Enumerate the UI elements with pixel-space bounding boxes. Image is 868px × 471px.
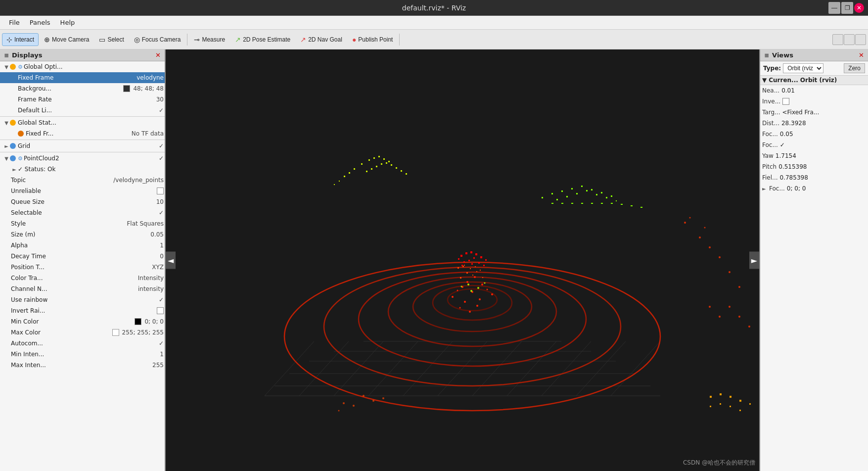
toolbar-interact[interactable]: ⊹ Interact (2, 33, 39, 46)
tree-item-min-color[interactable]: Min Color 0; 0; 0 (0, 316, 165, 327)
toolbar-focus-camera[interactable]: ◎ Focus Camera (130, 33, 185, 46)
toolbar-publish-point[interactable]: ● Publish Point (348, 33, 398, 46)
minimize-button[interactable]: — (828, 2, 840, 14)
svg-rect-84 (551, 203, 553, 204)
views-invert-label: Inve... (762, 98, 780, 105)
toolbar-measure[interactable]: ⊸ Measure (189, 33, 229, 46)
svg-rect-62 (463, 261, 465, 263)
tree-item-color-transform[interactable]: Color Tra... Intensity (0, 273, 165, 283)
svg-point-32 (466, 281, 468, 283)
tree-item-invert-rainbow[interactable]: Invert Rai... (0, 305, 165, 316)
views-focus-point-arrow: ► (762, 186, 769, 191)
tree-item-global-status[interactable]: ▼ Global Stat... (0, 117, 165, 128)
layers-button[interactable]: ⧉ (855, 34, 866, 45)
svg-rect-87 (581, 203, 583, 204)
svg-rect-57 (470, 251, 472, 253)
svg-rect-133 (710, 396, 712, 398)
tree-item-background[interactable]: Backgrou... 48; 48; 48 (0, 83, 165, 94)
viewport-arrow-right[interactable]: ► (749, 252, 759, 269)
svg-point-121 (719, 316, 721, 318)
window-title: default.rviz* - RViz (402, 4, 466, 12)
tree-item-global-options[interactable]: ▼ ⚙ Global Opti... (0, 61, 165, 72)
toolbar-select[interactable]: ▭ Select (94, 33, 128, 46)
tree-item-topic[interactable]: Topic /velodyne_points (0, 175, 165, 186)
3d-viewport[interactable]: ◄ ► (166, 49, 759, 471)
unreliable-checkbox[interactable] (157, 188, 164, 194)
svg-rect-60 (485, 259, 487, 261)
tree-item-frame-rate[interactable]: Frame Rate 30 (0, 94, 165, 105)
global-options-label: Global Opti... (24, 63, 164, 70)
views-near-value: 0.01 (781, 87, 795, 94)
zoom-down-button[interactable]: ▾ (844, 34, 855, 45)
tree-item-pointcloud2[interactable]: ▼ ⚙ PointCloud2 ✓ (0, 153, 165, 164)
tree-item-selectable[interactable]: Selectable ✓ (0, 207, 165, 218)
size-label: Size (m) (11, 231, 148, 238)
views-zero-button[interactable]: Zero (844, 63, 865, 73)
svg-rect-58 (475, 253, 477, 255)
global-options-arrow: ▼ (3, 64, 10, 70)
close-button[interactable]: ✕ (854, 3, 864, 13)
tree-item-autocompute[interactable]: Autocom... ✓ (0, 338, 165, 349)
selectable-value: ✓ (159, 209, 164, 216)
tree-item-size[interactable]: Size (m) 0.05 (0, 229, 165, 240)
views-item-field[interactable]: Fiel... 0.785398 (760, 172, 868, 183)
views-item-invert[interactable]: Inve... (760, 96, 868, 107)
tree-item-status[interactable]: ► ✓ Status: Ok (0, 164, 165, 175)
views-panel-close[interactable]: ✕ (859, 51, 864, 59)
maximize-button[interactable]: ❐ (841, 2, 853, 14)
tree-item-style[interactable]: Style Flat Squares (0, 218, 165, 229)
tree-item-max-intensity[interactable]: Max Inten... 255 (0, 360, 165, 371)
interact-label: Interact (14, 36, 34, 43)
views-item-pitch[interactable]: Pitch 0.515398 (760, 161, 868, 172)
menu-help[interactable]: Help (55, 17, 80, 28)
views-item-focal-check[interactable]: Foc... ✓ (760, 140, 868, 150)
tree-item-fixed-frame[interactable]: Fixed Frame velodyne (0, 72, 165, 83)
toolbar-move-camera[interactable]: ⊕ Move Camera (40, 33, 93, 46)
views-focal-length-value: 0.05 (780, 131, 793, 138)
tree-item-queue-size[interactable]: Queue Size 10 (0, 196, 165, 207)
viewport-arrow-left[interactable]: ◄ (166, 252, 176, 269)
nav-goal-label: 2D Nav Goal (308, 36, 342, 43)
views-item-target[interactable]: Targ... <Fixed Fra... (760, 107, 868, 118)
svg-point-126 (704, 227, 706, 229)
add-button[interactable]: + (832, 34, 843, 45)
views-item-focus-point[interactable]: ► Foc... 0; 0; 0 (760, 183, 868, 194)
invert-rainbow-checkbox[interactable] (157, 307, 164, 314)
views-item-yaw[interactable]: Yaw 1.7154 (760, 150, 868, 161)
frame-rate-value: 30 (156, 96, 164, 103)
tree-item-grid[interactable]: ► Grid ✓ (0, 141, 165, 151)
min-intensity-value: 1 (160, 351, 164, 358)
displays-panel-close[interactable]: ✕ (155, 51, 161, 59)
tree-item-default-light[interactable]: Default Li... ✓ (0, 105, 165, 116)
views-item-focal-length[interactable]: Foc... 0.05 (760, 129, 868, 140)
views-invert-checkbox[interactable] (782, 98, 789, 105)
toolbar-2d-pose[interactable]: ↗ 2D Pose Estimate (230, 33, 295, 46)
topic-value: /velodyne_points (113, 177, 164, 184)
tree-item-alpha[interactable]: Alpha 1 (0, 240, 165, 251)
tree-item-max-color[interactable]: Max Color 255; 255; 255 (0, 327, 165, 338)
svg-rect-83 (616, 200, 617, 201)
views-type-select[interactable]: Orbit (rviz (783, 63, 823, 73)
tree-item-channel-name[interactable]: Channel N... intensity (0, 283, 165, 294)
svg-rect-102 (344, 176, 345, 177)
pointcloud2-check: ✓ (159, 155, 164, 162)
views-item-near[interactable]: Nea... 0.01 (760, 85, 868, 96)
tree-item-unreliable[interactable]: Unreliable (0, 186, 165, 196)
menu-panels[interactable]: Panels (25, 17, 55, 28)
svg-rect-98 (378, 156, 380, 157)
min-color-value: 0; 0; 0 (144, 318, 164, 325)
views-item-distance[interactable]: Dist... 28.3928 (760, 118, 868, 129)
tree-item-decay-time[interactable]: Decay Time 0 (0, 251, 165, 262)
svg-point-29 (491, 293, 493, 295)
tree-item-use-rainbow[interactable]: Use rainbow ✓ (0, 294, 165, 305)
tree-item-fixed-frame-error[interactable]: Fixed Fr... No TF data (0, 128, 165, 139)
svg-rect-59 (480, 256, 482, 258)
views-type-label: Type: (763, 65, 781, 72)
tree-item-position-transform[interactable]: Position T... XYZ (0, 262, 165, 273)
menu-file[interactable]: File (4, 17, 25, 28)
tree-item-min-intensity[interactable]: Min Inten... 1 (0, 349, 165, 360)
move-camera-icon: ⊕ (44, 36, 50, 44)
toolbar-2d-nav-goal[interactable]: ↗ 2D Nav Goal (296, 33, 347, 46)
svg-point-27 (481, 283, 483, 285)
svg-point-120 (709, 306, 711, 308)
